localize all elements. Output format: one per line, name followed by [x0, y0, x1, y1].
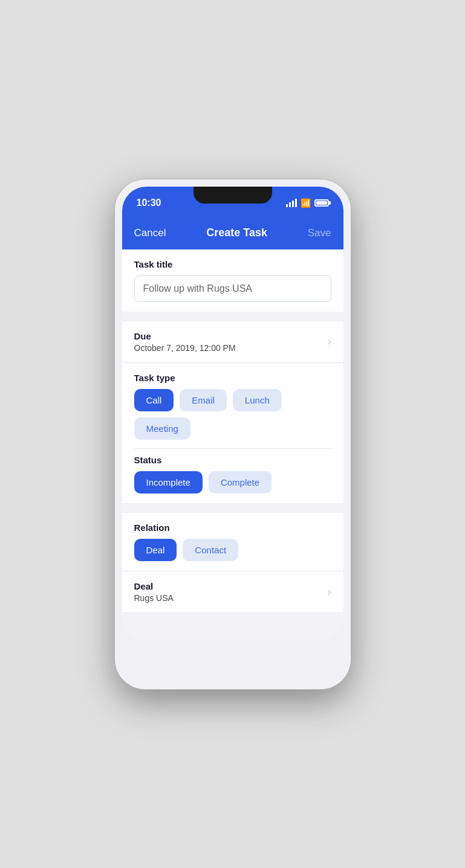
- status-section: Status Incomplete Complete: [134, 455, 331, 493]
- due-info: Due October 7, 2019, 12:00 PM: [134, 331, 236, 353]
- content-area: Task title Due October 7, 2019, 12:00 PM…: [122, 249, 343, 641]
- task-type-email-button[interactable]: Email: [180, 389, 227, 411]
- relation-deal-button[interactable]: Deal: [134, 539, 177, 561]
- spacer-5: [122, 618, 343, 623]
- due-value: October 7, 2019, 12:00 PM: [134, 343, 236, 353]
- status-complete-button[interactable]: Complete: [209, 471, 272, 493]
- status-label: Status: [134, 455, 331, 465]
- relation-section: Relation Deal Contact: [122, 513, 343, 571]
- spacer-4: [122, 613, 343, 618]
- task-type-button-group: Call Email Lunch Meeting: [134, 389, 331, 440]
- spacer-2: [122, 503, 343, 508]
- relation-contact-button[interactable]: Contact: [183, 539, 238, 561]
- save-button[interactable]: Save: [308, 227, 331, 239]
- status-incomplete-button[interactable]: Incomplete: [134, 471, 203, 493]
- due-label: Due: [134, 331, 236, 341]
- deal-label: Deal: [134, 581, 174, 591]
- status-icons: 📶: [286, 198, 329, 208]
- task-type-section: Task type Call Email Lunch Meeting Statu…: [122, 363, 343, 503]
- chevron-right-icon: ›: [328, 335, 331, 348]
- nav-bar: Cancel Create Task Save: [122, 217, 343, 249]
- task-type-meeting-button[interactable]: Meeting: [134, 417, 190, 440]
- task-title-section: Task title: [122, 249, 343, 312]
- phone-screen: 10:30 📶 Cancel Create Task Save Task tit…: [122, 187, 343, 641]
- deal-value: Rugs USA: [134, 593, 174, 603]
- battery-icon: [314, 199, 329, 207]
- deal-info: Deal Rugs USA: [134, 581, 174, 603]
- wifi-icon: 📶: [301, 198, 311, 208]
- task-title-label: Task title: [134, 259, 331, 269]
- phone-frame: 10:30 📶 Cancel Create Task Save Task tit…: [115, 179, 351, 689]
- status-time: 10:30: [137, 198, 161, 208]
- divider-1: [134, 448, 331, 449]
- phone-notch: [193, 187, 272, 204]
- relation-button-group: Deal Contact: [134, 539, 331, 561]
- relation-label: Relation: [134, 522, 331, 533]
- task-type-call-button[interactable]: Call: [134, 389, 174, 411]
- deal-chevron-right-icon: ›: [328, 585, 331, 598]
- spacer-3: [122, 508, 343, 513]
- task-title-input[interactable]: [134, 275, 331, 302]
- signal-icon: [286, 199, 297, 207]
- status-button-group: Incomplete Complete: [134, 471, 331, 493]
- task-type-label: Task type: [134, 373, 331, 383]
- spacer-1: [122, 317, 343, 321]
- task-type-lunch-button[interactable]: Lunch: [233, 389, 282, 411]
- due-row[interactable]: Due October 7, 2019, 12:00 PM ›: [122, 321, 343, 363]
- cancel-button[interactable]: Cancel: [134, 227, 166, 239]
- page-title: Create Task: [206, 227, 267, 239]
- deal-row[interactable]: Deal Rugs USA ›: [122, 571, 343, 613]
